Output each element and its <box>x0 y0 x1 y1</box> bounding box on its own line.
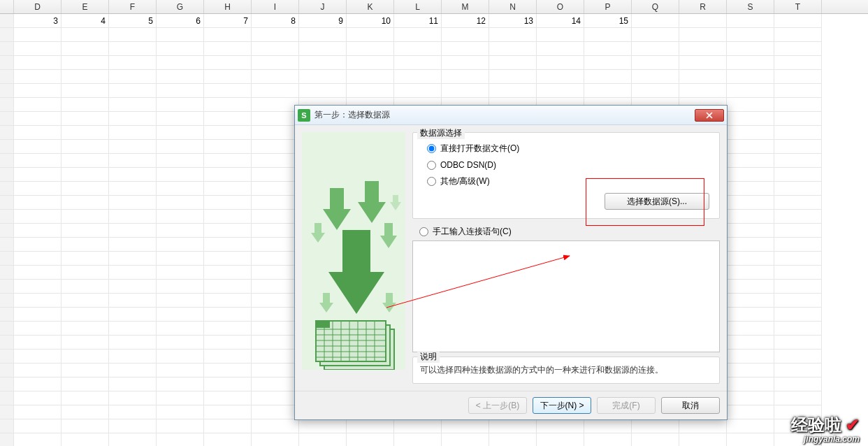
cell[interactable] <box>727 252 774 266</box>
cell[interactable] <box>14 294 62 308</box>
cell[interactable] <box>584 419 632 433</box>
cell[interactable] <box>252 28 299 42</box>
cell[interactable] <box>14 154 62 168</box>
column-header[interactable]: Q <box>632 0 679 13</box>
cell[interactable] <box>727 70 774 84</box>
cell[interactable] <box>204 168 252 182</box>
cell[interactable] <box>204 210 252 224</box>
cell[interactable] <box>774 377 822 391</box>
cell[interactable] <box>157 433 204 446</box>
cell[interactable] <box>727 98 774 112</box>
cell[interactable] <box>62 98 109 112</box>
cell[interactable] <box>774 14 822 28</box>
cell[interactable] <box>537 56 584 70</box>
cell[interactable] <box>157 210 204 224</box>
cell[interactable] <box>109 126 157 140</box>
cell[interactable] <box>727 280 774 294</box>
cell[interactable] <box>14 98 62 112</box>
radio-open-file[interactable]: 直接打开数据文件(O) <box>427 143 712 154</box>
cell[interactable] <box>774 28 822 42</box>
radio-manual-conn[interactable]: 手工输入连接语句(C) <box>419 226 720 238</box>
cell[interactable] <box>252 336 299 350</box>
cell[interactable] <box>109 140 157 154</box>
cell[interactable] <box>252 308 299 322</box>
cell[interactable] <box>537 70 584 84</box>
cell[interactable] <box>62 112 109 126</box>
column-header[interactable]: G <box>157 0 204 13</box>
cell[interactable] <box>252 377 299 391</box>
cell[interactable] <box>584 28 632 42</box>
cell[interactable] <box>62 56 109 70</box>
cell[interactable] <box>109 280 157 294</box>
cell[interactable] <box>774 196 822 210</box>
cell[interactable] <box>252 98 299 112</box>
cell[interactable] <box>14 42 62 56</box>
cell[interactable] <box>252 196 299 210</box>
cell[interactable] <box>14 280 62 294</box>
cell[interactable]: 15 <box>584 14 632 28</box>
cell[interactable] <box>62 266 109 280</box>
cell[interactable] <box>252 112 299 126</box>
cell[interactable] <box>204 350 252 364</box>
cell[interactable] <box>204 294 252 308</box>
cell[interactable] <box>62 154 109 168</box>
cell[interactable] <box>109 28 157 42</box>
cell[interactable] <box>679 42 727 56</box>
cell[interactable] <box>204 140 252 154</box>
cell[interactable] <box>774 364 822 377</box>
cell[interactable] <box>774 56 822 70</box>
cell[interactable] <box>774 322 822 336</box>
cell[interactable] <box>632 28 679 42</box>
cell[interactable] <box>252 405 299 419</box>
radio-other-input[interactable] <box>427 177 436 186</box>
cell[interactable] <box>727 419 774 433</box>
cell[interactable]: 10 <box>347 14 394 28</box>
cell[interactable] <box>204 182 252 196</box>
cell[interactable] <box>727 294 774 308</box>
cell[interactable] <box>157 252 204 266</box>
cell[interactable] <box>157 280 204 294</box>
cell[interactable] <box>157 84 204 98</box>
cell[interactable] <box>537 84 584 98</box>
cell[interactable] <box>109 433 157 446</box>
cell[interactable] <box>632 419 679 433</box>
cell[interactable] <box>679 419 727 433</box>
next-button[interactable]: 下一步(N) > <box>533 397 591 414</box>
column-header[interactable]: I <box>252 0 299 13</box>
cell[interactable] <box>157 350 204 364</box>
cell[interactable]: 7 <box>204 14 252 28</box>
back-button[interactable]: < 上一步(B) <box>468 397 527 414</box>
cell[interactable] <box>204 433 252 446</box>
cell[interactable] <box>774 266 822 280</box>
cell[interactable]: 12 <box>442 14 489 28</box>
cell[interactable] <box>62 70 109 84</box>
cell[interactable] <box>489 56 537 70</box>
cell[interactable] <box>442 84 489 98</box>
cell[interactable] <box>347 84 394 98</box>
cell[interactable] <box>157 405 204 419</box>
cell[interactable] <box>584 84 632 98</box>
cell[interactable]: 6 <box>157 14 204 28</box>
cell[interactable] <box>252 154 299 168</box>
cell[interactable] <box>204 56 252 70</box>
cell[interactable] <box>774 280 822 294</box>
cell[interactable] <box>632 14 679 28</box>
cell[interactable] <box>252 266 299 280</box>
close-button[interactable] <box>695 109 724 122</box>
cell[interactable] <box>774 140 822 154</box>
cell[interactable] <box>204 154 252 168</box>
cell[interactable] <box>14 433 62 446</box>
cell[interactable] <box>204 308 252 322</box>
cell[interactable] <box>774 84 822 98</box>
cell[interactable] <box>157 266 204 280</box>
cell[interactable] <box>774 42 822 56</box>
cell[interactable] <box>252 140 299 154</box>
cell[interactable] <box>727 28 774 42</box>
cell[interactable] <box>14 266 62 280</box>
cell[interactable] <box>109 224 157 238</box>
cell[interactable] <box>14 419 62 433</box>
cell[interactable]: 9 <box>299 14 347 28</box>
cell[interactable] <box>347 70 394 84</box>
cell[interactable] <box>14 336 62 350</box>
cell[interactable] <box>727 42 774 56</box>
